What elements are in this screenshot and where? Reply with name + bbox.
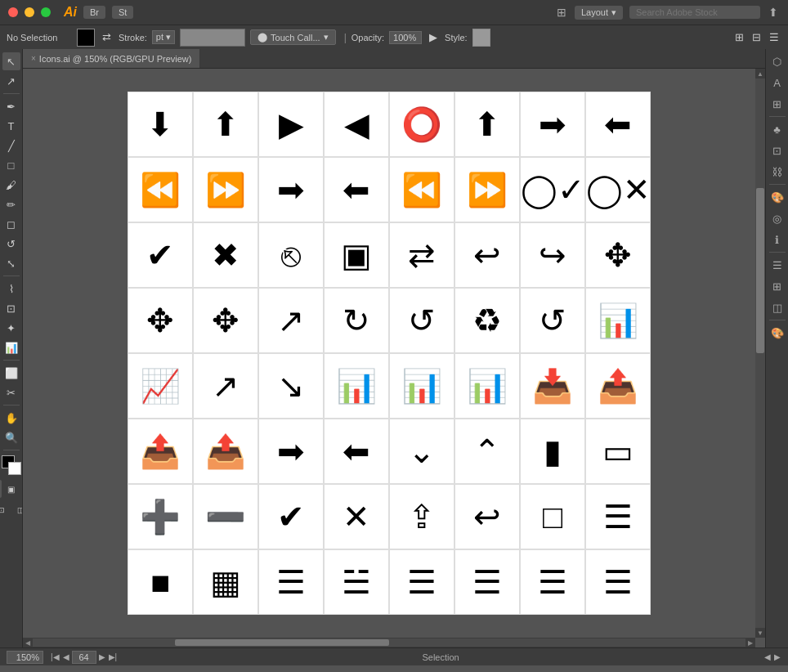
- icon-sync[interactable]: ↺: [520, 288, 585, 353]
- icon-chart-board[interactable]: 📊: [454, 353, 520, 419]
- color-btn[interactable]: 🎨: [768, 324, 786, 342]
- icon-collapse[interactable]: ✥: [585, 222, 651, 288]
- maximize-button[interactable]: [41, 7, 51, 17]
- icon-arrow-down-filled[interactable]: ⬇: [128, 92, 193, 157]
- icon-share[interactable]: ⇪: [389, 484, 454, 549]
- appearance-btn[interactable]: ℹ: [768, 231, 786, 249]
- icon-circle-prev[interactable]: ⏪: [389, 157, 454, 222]
- icon-expand-diagonal[interactable]: ↗: [258, 288, 324, 353]
- arrange-panels-button[interactable]: ⊞: [732, 30, 746, 44]
- line-tool[interactable]: ╱: [2, 137, 20, 155]
- fill-container-btn[interactable]: ⊡: [0, 501, 11, 519]
- paint-brush-tool[interactable]: 🖌: [2, 176, 20, 194]
- icon-arrow-left-box[interactable]: ⬅: [324, 419, 389, 484]
- icon-arrow-up-filled[interactable]: ⬆: [193, 92, 258, 157]
- h-scroll-thumb[interactable]: [175, 639, 389, 646]
- artboard-tool[interactable]: ⬜: [2, 364, 20, 382]
- style-swatch[interactable]: [472, 29, 490, 47]
- icon-check-circle-filled[interactable]: ✔: [128, 222, 193, 288]
- type-tool[interactable]: T: [2, 117, 20, 135]
- scroll-down-button[interactable]: ▼: [755, 628, 765, 638]
- icon-list-3[interactable]: ☰: [389, 549, 454, 615]
- symbol-sprayer-tool[interactable]: ✦: [2, 319, 20, 337]
- icon-x-circle-filled[interactable]: ✖: [193, 222, 258, 288]
- slice-tool[interactable]: ✂: [2, 383, 20, 401]
- warp-tool[interactable]: ⌇: [2, 280, 20, 298]
- icon-chevron-down-box[interactable]: ⌄: [389, 419, 454, 484]
- rotate-tool[interactable]: ↺: [2, 235, 20, 253]
- icon-upload-box[interactable]: 📤: [585, 353, 651, 419]
- stroke-container-btn[interactable]: ◫: [11, 501, 23, 519]
- icon-terminal[interactable]: ▮: [520, 419, 585, 484]
- icon-circle-next[interactable]: ⏩: [454, 157, 520, 222]
- icon-open-external[interactable]: 📤: [128, 419, 193, 484]
- search-stock-input[interactable]: [629, 6, 760, 19]
- icon-reply[interactable]: ↩: [454, 484, 520, 549]
- gradient-mode-btn[interactable]: ▣: [2, 480, 20, 498]
- icon-list-detail[interactable]: ☰: [585, 484, 651, 549]
- pathfinder-btn[interactable]: ⊞: [768, 277, 786, 295]
- zoom-input[interactable]: [7, 651, 43, 664]
- scroll-thumb[interactable]: [756, 188, 764, 353]
- icon-chevron-up-box[interactable]: ⌃: [454, 419, 520, 484]
- icon-expand[interactable]: ✥: [128, 288, 193, 353]
- document-tab[interactable]: × Icons.ai @ 150% (RGB/GPU Preview): [23, 49, 200, 68]
- bridge-button[interactable]: Br: [83, 6, 105, 19]
- icon-circle-left-outline[interactable]: ⏪: [128, 157, 193, 222]
- recolor-btn[interactable]: 🎨: [768, 188, 786, 206]
- column-graph-tool[interactable]: 📊: [2, 338, 20, 356]
- icon-refresh-cw[interactable]: ↻: [324, 288, 389, 353]
- canvas[interactable]: ⬇ ⬆ ▶ ◀ ⭕ ⬆︎ ➡ ⬅ ⏪ ⏩ ➡ ⬅ ⏪ ⏩ ◯✓ ◯✕: [23, 69, 755, 638]
- icon-trending-up[interactable]: ↗: [193, 353, 258, 419]
- properties-button[interactable]: ⊞: [768, 95, 786, 113]
- free-transform-tool[interactable]: ⊡: [2, 299, 20, 317]
- icon-grid-3x3[interactable]: ▦: [193, 549, 258, 615]
- scroll-left-button[interactable]: ◀: [23, 638, 33, 647]
- icon-circle-check[interactable]: ◯✓: [520, 157, 585, 222]
- h-scroll-track[interactable]: [33, 638, 745, 647]
- icon-circle-arrow-up[interactable]: ⬆︎: [454, 92, 520, 157]
- select-similar-btn[interactable]: ◎: [768, 209, 786, 227]
- menu-button[interactable]: ☰: [767, 30, 781, 44]
- icon-presentation-2[interactable]: 📊: [389, 353, 454, 419]
- first-page-btn[interactable]: |◀: [50, 651, 60, 664]
- tab-close-icon[interactable]: ×: [31, 54, 36, 63]
- icon-window-close[interactable]: ✕: [324, 484, 389, 549]
- icon-circle-arrow-down[interactable]: ⭕: [389, 92, 454, 157]
- eraser-tool[interactable]: ◻: [2, 215, 20, 233]
- shape-tool[interactable]: □: [2, 156, 20, 174]
- direct-select-tool[interactable]: ↗: [2, 72, 20, 90]
- status-prev-btn[interactable]: ◀: [763, 652, 772, 662]
- icon-circle-arrow-left-outline[interactable]: ⬅: [324, 157, 389, 222]
- color-mode-btn[interactable]: ■: [0, 480, 2, 498]
- icon-download-box[interactable]: 📥: [520, 353, 585, 419]
- icon-bar-chart[interactable]: 📊: [585, 288, 651, 353]
- stroke-value[interactable]: pt ▾: [152, 30, 175, 44]
- icon-circle-x[interactable]: ◯✕: [585, 157, 651, 222]
- prev-page-btn[interactable]: ◀: [62, 651, 70, 664]
- icon-window-remove[interactable]: ➖: [193, 484, 258, 549]
- icon-shrink[interactable]: ✥: [193, 288, 258, 353]
- scroll-up-button[interactable]: ▲: [755, 69, 765, 78]
- icon-window-add[interactable]: ➕: [128, 484, 193, 549]
- icon-list-ordered[interactable]: ☰: [585, 549, 651, 615]
- libraries-button[interactable]: A: [768, 74, 786, 92]
- pencil-tool[interactable]: ✏: [2, 195, 20, 213]
- icon-presentation-chart[interactable]: 📊: [324, 353, 389, 419]
- icon-exchange[interactable]: ⇄: [389, 222, 454, 288]
- minimize-button[interactable]: [25, 7, 34, 17]
- touch-callout-button[interactable]: ⬤ Touch Call... ▾: [250, 29, 336, 45]
- background-color[interactable]: [8, 462, 21, 475]
- hand-tool[interactable]: ✋: [2, 409, 20, 427]
- pen-tool[interactable]: ✒: [2, 97, 20, 115]
- scroll-track[interactable]: [755, 78, 765, 628]
- transform-btn[interactable]: ◫: [768, 298, 786, 316]
- icon-redo[interactable]: ↪: [520, 222, 585, 288]
- icon-list-1[interactable]: ☰: [258, 549, 324, 615]
- icon-chart-growing[interactable]: 📈: [128, 353, 193, 419]
- layout-button[interactable]: Layout ▾: [575, 6, 623, 20]
- zoom-tool[interactable]: 🔍: [2, 428, 20, 446]
- page-input[interactable]: [72, 651, 96, 664]
- icon-arrow-right-box[interactable]: ➡: [258, 419, 324, 484]
- align-panel-btn[interactable]: ☰: [768, 256, 786, 274]
